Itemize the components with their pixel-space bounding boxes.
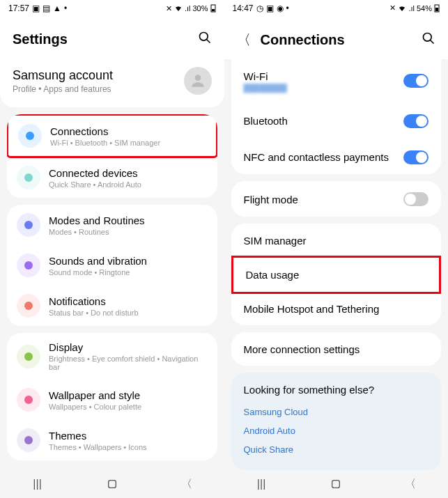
row-title: Sounds and vibration [49,255,208,267]
row-sub: Status bar • Do not disturb [49,309,208,317]
toggle-switch[interactable] [403,150,428,164]
nav-bar: ||| 〈 [224,470,449,498]
row-sub: Quick Share • Android Auto [49,180,208,189]
row-icon [17,345,40,368]
row-icon [17,166,40,189]
svg-line-17 [431,40,434,44]
svg-point-2 [199,33,208,41]
clock-icon: ◷ [256,3,263,13]
lookfor-link-quick-share[interactable]: Quick Share [244,440,429,459]
warning-icon: ▲ [53,3,61,13]
toggle-label: Bluetooth [244,115,288,127]
item-label: SIM manager [244,235,307,247]
toggle-sub: ████████ [244,84,287,92]
data-usage-row[interactable]: Data usage [231,256,442,294]
page-title: Connections [261,32,345,48]
flight-mode-toggle[interactable] [403,192,428,206]
samsung-account-row[interactable]: Samsung account Profile • Apps and featu… [0,57,224,107]
row-title: Modes and Routines [49,215,208,226]
recents-button[interactable]: ||| [31,477,45,491]
svg-point-6 [24,173,33,182]
battery-percent: 54% [417,4,432,13]
nav-bar: ||| 〈 [0,470,224,498]
svg-point-4 [194,75,201,81]
toggle-switch[interactable] [403,74,428,88]
settings-row-modes-and-routines[interactable]: Modes and RoutinesModes • Routines [7,205,217,245]
wifi-icon [174,4,183,13]
back-button[interactable]: 〈 [403,477,417,491]
home-button[interactable] [105,477,119,491]
svg-point-12 [24,436,33,444]
settings-row-display[interactable]: DisplayBrightness • Eye comfort shield •… [7,333,217,380]
row-icon [17,388,40,412]
lookfor-link-android-auto[interactable]: Android Auto [244,421,429,440]
mute-icon: ✕ [166,4,172,13]
row-icon [17,294,40,318]
home-button[interactable] [329,477,343,491]
row-icon [17,428,40,452]
nfc-and-contactless-payments-row[interactable]: NFC and contactless payments [231,139,442,174]
battery-percent: 30% [192,4,208,13]
row-title: Themes [49,430,208,442]
lookfor-link-samsung-cloud[interactable]: Samsung Cloud [244,403,429,421]
lookfor-card: Looking for something else? Samsung Clou… [231,373,442,470]
signal-icon: .ıl [185,4,191,13]
svg-point-10 [24,352,33,361]
toggle-label: Wi-Fi [244,70,287,82]
settings-row-wallpaper-and-style[interactable]: Wallpaper and styleWallpapers • Colour p… [7,380,217,420]
item-label: Data usage [246,269,300,281]
settings-row-connected-devices[interactable]: Connected devicesQuick Share • Android A… [7,157,217,198]
mobile-hotspot-and-tethering-row[interactable]: Mobile Hotspot and Tethering [231,292,442,325]
row-sub: Brightness • Eye comfort shield • Naviga… [49,355,208,371]
settings-screen: 17:57 ▣ ▤ ▲ • ✕ .ıl 30% Settings Samsung… [0,0,224,498]
flight-mode-label: Flight mode [244,194,298,205]
row-title: Display [49,341,208,353]
status-time: 17:57 [8,3,29,13]
status-bar: 17:57 ▣ ▤ ▲ • ✕ .ıl 30% [0,0,224,17]
svg-point-9 [24,302,33,310]
row-sub: Wi-Fi • Bluetooth • SIM manager [50,139,206,147]
row-sub: Themes • Wallpapers • Icons [49,443,208,451]
back-button[interactable]: 〈 [180,477,194,491]
flight-group: Flight mode [231,181,442,217]
svg-rect-15 [435,8,438,11]
notif-icon: ▣ [266,3,274,13]
svg-point-5 [26,132,34,140]
search-button[interactable] [198,31,212,47]
settings-row-sounds-and-vibration[interactable]: Sounds and vibrationSound mode • Rington… [7,245,217,286]
status-bar: 14:47 ◷ ▣ ◉ • ✕ .ıl 54% [224,0,449,17]
mute-icon: ✕ [389,3,396,13]
status-time: 14:47 [233,3,254,13]
bluetooth-row[interactable]: Bluetooth [231,103,442,139]
row-title: Connections [50,125,206,137]
more-connection-settings-row[interactable]: More connection settings [231,332,442,366]
signal-icon: .ıl [408,4,415,13]
toggle-label: NFC and contactless payments [244,151,389,163]
settings-card: ConnectionsWi-Fi • Bluetooth • SIM manag… [7,114,217,198]
image-icon: ▤ [43,3,50,13]
wi-fi-row[interactable]: Wi-Fi████████ [231,59,442,103]
page-title: Settings [13,31,68,47]
row-icon [18,124,42,148]
settings-card: DisplayBrightness • Eye comfort shield •… [7,333,217,460]
search-button[interactable] [422,31,435,48]
items-group: SIM managerData usageMobile Hotspot and … [231,224,442,325]
svg-point-16 [424,33,432,42]
settings-row-themes[interactable]: ThemesThemes • Wallpapers • Icons [7,420,217,460]
avatar[interactable] [184,67,212,95]
svg-line-3 [206,40,210,43]
toggle-switch[interactable] [403,114,428,128]
recents-button[interactable]: ||| [254,477,268,491]
settings-row-connections[interactable]: ConnectionsWi-Fi • Bluetooth • SIM manag… [7,114,217,158]
sim-manager-row[interactable]: SIM manager [231,224,442,258]
dot-icon: • [64,3,67,13]
row-sub: Wallpapers • Colour palette [49,403,208,411]
settings-header: Settings [0,17,224,57]
item-label: Mobile Hotspot and Tethering [244,303,380,315]
settings-row-notifications[interactable]: NotificationsStatus bar • Do not disturb [7,286,217,326]
flight-mode-row[interactable]: Flight mode [231,181,442,217]
svg-point-11 [24,396,33,404]
account-title: Samsung account [13,68,113,83]
shield-icon: ◉ [277,3,284,13]
back-arrow[interactable]: 〈 [237,31,251,49]
